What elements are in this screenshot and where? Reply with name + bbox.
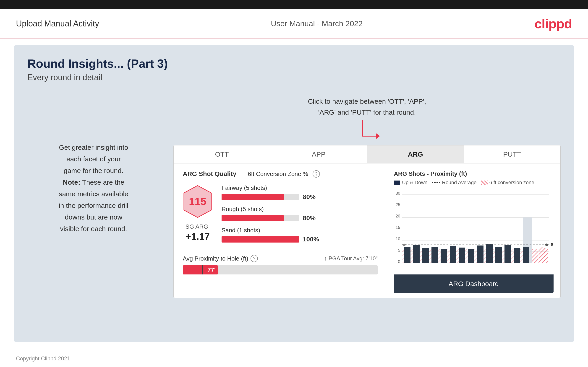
svg-text:5: 5 bbox=[398, 248, 400, 253]
arg-dashboard-button[interactable]: ARG Dashboard bbox=[394, 275, 553, 293]
legend-6ft: 6 ft conversion zone bbox=[481, 180, 534, 185]
insights-card: OTT APP ARG PUTT ARG Shot Quality 6ft Co… bbox=[173, 145, 561, 298]
bar-track-rough: 80% bbox=[222, 215, 378, 222]
legend-updown: Up & Down bbox=[394, 180, 427, 185]
sg-label: SG ARG bbox=[185, 223, 210, 230]
tab-putt[interactable]: PUTT bbox=[464, 145, 560, 163]
svg-text:25: 25 bbox=[396, 202, 400, 207]
prox-bar-fill: 77' bbox=[183, 265, 218, 275]
legend-dash-round-avg bbox=[432, 182, 440, 183]
content-row: Get greater insight into each facet of y… bbox=[27, 96, 561, 298]
tab-app[interactable]: APP bbox=[270, 145, 367, 163]
bar-pct-rough: 80% bbox=[303, 215, 321, 222]
svg-rect-21 bbox=[432, 247, 438, 263]
bar-outer-sand bbox=[222, 236, 299, 242]
clippd-logo: clippd bbox=[534, 16, 572, 31]
svg-marker-38 bbox=[545, 243, 549, 246]
conversion-zone-label: 6ft Conversion Zone % bbox=[248, 170, 308, 178]
user-manual-label: User Manual - March 2022 bbox=[271, 19, 363, 28]
copyright: Copyright Clippd 2021 bbox=[0, 349, 588, 367]
svg-rect-20 bbox=[422, 248, 429, 263]
header: Upload Manual Activity User Manual - Mar… bbox=[0, 9, 588, 39]
annotation-arrow bbox=[173, 120, 561, 143]
bar-outer-rough bbox=[222, 215, 299, 221]
annotation-container: Click to navigate between 'OTT', 'APP', … bbox=[173, 96, 561, 143]
svg-rect-22 bbox=[441, 249, 447, 263]
bar-pct-sand: 100% bbox=[303, 236, 321, 243]
svg-rect-29 bbox=[504, 245, 511, 263]
legend-hatch-6ft bbox=[481, 181, 488, 185]
legend-round-avg: Round Average bbox=[432, 180, 476, 185]
svg-text:0: 0 bbox=[398, 259, 400, 264]
bar-fill-sand bbox=[222, 236, 299, 242]
bar-outer-fairway bbox=[222, 194, 299, 200]
svg-rect-34 bbox=[539, 247, 545, 263]
svg-rect-30 bbox=[514, 248, 520, 263]
prox-bar-outer: 77' bbox=[183, 265, 378, 275]
left-panel: ARG Shot Quality 6ft Conversion Zone % ? bbox=[174, 163, 387, 298]
prox-label: Avg Proximity to Hole (ft) bbox=[183, 255, 248, 262]
bars-col: Fairway (5 shots) 80% Rou bbox=[222, 184, 378, 248]
note-label: Note: bbox=[63, 178, 80, 186]
chart-header: ARG Shots - Proximity (ft) Up & Down Rou… bbox=[394, 170, 553, 185]
legend-6ft-label: 6 ft conversion zone bbox=[489, 180, 534, 185]
svg-text:10: 10 bbox=[396, 237, 400, 241]
svg-rect-18 bbox=[404, 247, 410, 263]
svg-marker-37 bbox=[402, 243, 406, 246]
right-panel: ARG Shots - Proximity (ft) Up & Down Rou… bbox=[387, 163, 560, 298]
chart-area: 0 5 10 15 20 25 30 bbox=[394, 188, 553, 270]
legend-updown-label: Up & Down bbox=[402, 180, 427, 185]
bar-row-sand: Sand (1 shots) 100% bbox=[222, 227, 378, 243]
main-content: Round Insights... (Part 3) Every round i… bbox=[14, 45, 574, 342]
svg-rect-32 bbox=[523, 247, 529, 263]
tab-arg[interactable]: ARG bbox=[367, 145, 464, 163]
svg-marker-0 bbox=[376, 133, 380, 139]
proximity-section: Avg Proximity to Hole (ft) ? ↑ PGA Tour … bbox=[183, 255, 378, 275]
hex-bars-row: 115 SG ARG +1.17 Fairway (5 sh bbox=[183, 184, 378, 248]
bar-label-sand: Sand (1 shots) bbox=[222, 227, 378, 234]
bar-label-rough: Rough (5 shots) bbox=[222, 206, 378, 213]
svg-rect-27 bbox=[486, 244, 493, 263]
legend-round-avg-label: Round Average bbox=[442, 180, 476, 185]
hexagon-container: 115 SG ARG +1.17 bbox=[183, 184, 212, 242]
svg-rect-24 bbox=[459, 248, 465, 263]
svg-rect-19 bbox=[413, 245, 420, 263]
upload-manual-label: Upload Manual Activity bbox=[16, 19, 99, 28]
hexagon: 115 bbox=[183, 184, 212, 219]
svg-rect-23 bbox=[450, 246, 456, 263]
help-icon[interactable]: ? bbox=[313, 170, 320, 178]
bar-fill-fairway bbox=[222, 194, 284, 200]
bar-track-sand: 100% bbox=[222, 236, 378, 243]
panel-header: ARG Shot Quality 6ft Conversion Zone % ? bbox=[183, 170, 378, 178]
card-body: ARG Shot Quality 6ft Conversion Zone % ? bbox=[174, 163, 560, 298]
legend-box-updown bbox=[394, 181, 400, 185]
left-description: Get greater insight into each facet of y… bbox=[27, 96, 160, 298]
svg-rect-33 bbox=[532, 249, 538, 263]
bar-track-fairway: 80% bbox=[222, 193, 378, 200]
prox-title: Avg Proximity to Hole (ft) ? bbox=[183, 255, 258, 262]
page-subtitle: Every round in detail bbox=[27, 73, 561, 82]
prox-pga: ↑ PGA Tour Avg: 7'10" bbox=[324, 255, 378, 262]
svg-text:30: 30 bbox=[396, 191, 400, 196]
annotation-text: Click to navigate between 'OTT', 'APP', … bbox=[308, 96, 426, 118]
svg-text:15: 15 bbox=[396, 225, 400, 230]
sg-section: SG ARG +1.17 bbox=[185, 223, 210, 242]
chart-svg: 0 5 10 15 20 25 30 bbox=[394, 188, 553, 270]
svg-rect-25 bbox=[468, 249, 474, 263]
prox-help-icon[interactable]: ? bbox=[251, 255, 258, 262]
hex-number: 115 bbox=[189, 195, 207, 208]
sg-value: +1.17 bbox=[185, 231, 210, 242]
bar-fill-rough bbox=[222, 215, 284, 221]
chart-title: ARG Shots - Proximity (ft) bbox=[394, 170, 467, 177]
prox-marker bbox=[202, 265, 203, 275]
chart-legend: Up & Down Round Average 6 ft conversion … bbox=[394, 180, 534, 185]
tab-ott[interactable]: OTT bbox=[174, 145, 270, 163]
left-desc-text: Get greater insight into each facet of y… bbox=[27, 142, 160, 234]
prox-bar-label: 77' bbox=[208, 267, 216, 274]
right-section: Click to navigate between 'OTT', 'APP', … bbox=[173, 96, 561, 298]
arg-shot-quality-title: ARG Shot Quality bbox=[183, 170, 236, 178]
svg-rect-28 bbox=[495, 247, 502, 263]
top-bar bbox=[0, 0, 588, 9]
prox-header: Avg Proximity to Hole (ft) ? ↑ PGA Tour … bbox=[183, 255, 378, 262]
bar-row-fairway: Fairway (5 shots) 80% bbox=[222, 184, 378, 200]
